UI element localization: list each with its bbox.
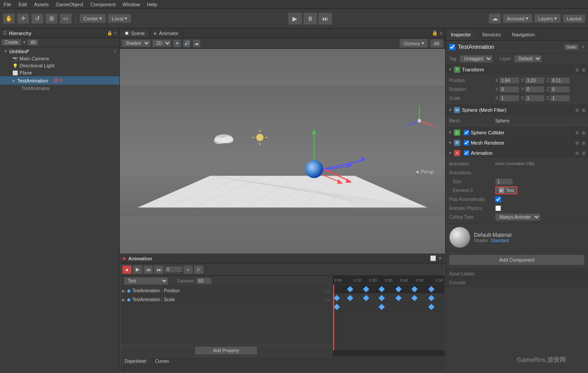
scene-all-btn[interactable]: All (430, 39, 443, 48)
kf-0-1[interactable] (363, 286, 369, 292)
gizmos-btn[interactable]: Gizmos ▾ (399, 39, 428, 48)
rotation-y-input[interactable] (525, 86, 545, 93)
anim-record-btn[interactable]: ● (122, 265, 132, 274)
kf-pos-1[interactable] (347, 295, 353, 301)
layers-btn[interactable]: Layers ▾ (534, 14, 561, 23)
move-tool-btn[interactable]: ✛ (17, 13, 29, 24)
kf-pos-4[interactable] (395, 295, 402, 301)
tab-scene[interactable]: 🔲 Scene (120, 30, 150, 37)
kf-scl-2[interactable] (428, 304, 434, 310)
scale-z-input[interactable] (550, 95, 570, 102)
transform-menu-icon[interactable]: ⚙ (575, 67, 579, 72)
scale-tool-btn[interactable]: ⊞ (45, 13, 58, 24)
kf-0-4[interactable] (411, 286, 418, 292)
hierarchy-menu-icon[interactable]: ≡ (114, 31, 117, 35)
hierarchy-item-main-camera[interactable]: 📷 Main Camera (0, 55, 119, 62)
shading-select[interactable]: Shaded (122, 39, 150, 47)
kf-0-5[interactable] (428, 286, 434, 292)
anim-playhead[interactable] (333, 285, 334, 350)
kf-pos-3[interactable] (379, 295, 385, 301)
kf-scl-0[interactable] (334, 304, 340, 310)
anim-add-event-btn[interactable]: |+ (194, 265, 204, 274)
kf-pos-6[interactable] (428, 295, 434, 301)
anim-track-position[interactable]: ▶ ◆ TestAnimation : Position — (120, 287, 332, 295)
anim-close-icon[interactable]: ✕ (438, 255, 442, 261)
play-btn[interactable]: ▶ (288, 12, 302, 25)
scale-y-input[interactable] (525, 95, 545, 102)
menu-edit[interactable]: Edit (15, 1, 31, 8)
kf-0-3[interactable] (395, 286, 402, 292)
anim-add-key-btn[interactable]: + (183, 265, 193, 274)
inspector-tab-inspector[interactable]: Inspector (446, 30, 477, 39)
animation-checkbox[interactable] (464, 150, 469, 156)
kf-0-0[interactable] (347, 286, 353, 292)
step-btn[interactable]: ⏭ (318, 12, 332, 25)
anim-prev-btn[interactable]: ⏮ (143, 265, 153, 274)
hierarchy-item-test-animation[interactable]: ▶ TestAnimation 选中 (0, 76, 119, 85)
tab-animator[interactable]: ▶ Animator (150, 30, 183, 37)
hierarchy-item-test-animator[interactable]: TestAnimator (0, 85, 119, 92)
hierarchy-scene-root[interactable]: ▼ Untitled* ≡ (0, 48, 119, 55)
anim-scrollbar[interactable] (332, 350, 445, 357)
position-z-input[interactable] (550, 77, 570, 84)
menu-gameobject[interactable]: GameObject (52, 1, 87, 8)
add-component-btn[interactable]: Add Component (449, 255, 584, 265)
rotation-x-input[interactable] (499, 86, 519, 93)
animation-comp-menu-icon[interactable]: ⚙ (575, 151, 579, 156)
audio-btn[interactable]: 🔊 (183, 39, 191, 47)
play-auto-checkbox[interactable] (495, 196, 501, 202)
menu-assets[interactable]: Assets (31, 1, 52, 8)
account-btn[interactable]: Account ▾ (503, 14, 533, 23)
menu-window[interactable]: Window (119, 1, 143, 8)
hierarchy-item-plane[interactable]: ⬜ Plane (0, 69, 119, 76)
scene-lock-icon[interactable]: 🔒 (432, 30, 438, 36)
anim-element-value[interactable]: ▶ Test (495, 186, 517, 194)
transform-expand-icon[interactable]: ⊞ (582, 67, 585, 72)
obj-active-checkbox[interactable] (449, 44, 455, 50)
position-y-input[interactable] (525, 77, 545, 84)
hierarchy-all-btn[interactable]: All (28, 39, 39, 46)
rotate-tool-btn[interactable]: ↺ (31, 13, 43, 24)
rotation-z-input[interactable] (550, 86, 570, 93)
hand-tool-btn[interactable]: ✋ (3, 13, 15, 24)
tag-select[interactable]: Untagged (460, 55, 493, 63)
anim-samples-input[interactable] (196, 278, 212, 284)
position-x-input[interactable] (499, 77, 519, 84)
static-dropdown-icon[interactable]: ▾ (582, 45, 584, 49)
mode-select[interactable]: 2D (152, 39, 171, 47)
kf-pos-5[interactable] (411, 295, 418, 301)
anim-add-property-btn[interactable]: Add Property (195, 346, 257, 355)
layer-select[interactable]: Default (514, 55, 542, 63)
mesh-filter-menu-icon[interactable]: ⚙ (575, 108, 579, 113)
center-btn[interactable]: Center ▾ (79, 14, 106, 23)
cloud-icon[interactable]: ☁ (489, 13, 501, 24)
kf-0-2[interactable] (379, 286, 385, 292)
anim-play-btn[interactable]: ▶ (133, 265, 142, 274)
kf-pos-2[interactable] (363, 295, 369, 301)
hierarchy-item-dir-light[interactable]: 💡 Directional Light (0, 62, 119, 69)
mesh-renderer-expand-icon[interactable]: ⊞ (582, 141, 585, 145)
menu-file[interactable]: File (0, 1, 15, 8)
animation-comp-expand-icon[interactable]: ⊞ (582, 151, 585, 156)
rect-tool-btn[interactable]: ▭ (59, 13, 72, 24)
kf-pos-0[interactable] (334, 295, 340, 301)
anim-clip-select[interactable]: Test (124, 277, 168, 285)
anim-minimize-icon[interactable]: ⬜ (430, 255, 436, 261)
kf-scl-1[interactable] (379, 304, 385, 310)
mesh-renderer-menu-icon[interactable]: ⚙ (575, 141, 579, 145)
anim-size-input[interactable] (495, 178, 513, 185)
hierarchy-lock-icon[interactable]: 🔒 (107, 31, 112, 35)
scene-menu-icon[interactable]: ≡ (440, 31, 442, 36)
layout-btn[interactable]: Layout (563, 14, 585, 23)
anim-tab-curves[interactable]: Curves (150, 358, 174, 365)
anim-time-input[interactable] (165, 266, 182, 273)
comp-mesh-filter-header[interactable]: ▼ M Sphere (Mesh Filter) ⚙ ⊞ (446, 105, 588, 115)
anim-tab-dopesheet[interactable]: Dopesheet (120, 358, 150, 365)
mesh-renderer-checkbox[interactable] (464, 140, 469, 145)
comp-mesh-renderer-header[interactable]: ▼ R Mesh Renderer ⚙ ⊞ (446, 138, 588, 148)
hierarchy-create-btn[interactable]: Create (2, 39, 21, 46)
anim-next-btn[interactable]: ⏭ (154, 265, 164, 274)
sphere-collider-menu-icon[interactable]: ⚙ (575, 130, 579, 135)
menu-component[interactable]: Component (87, 1, 119, 8)
sky-btn[interactable]: ☁ (193, 39, 201, 47)
